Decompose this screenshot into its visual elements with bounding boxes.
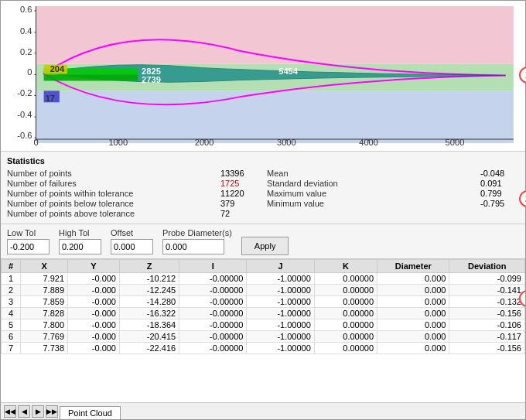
table-cell: -0.000: [68, 273, 120, 285]
table-row: 27.889-0.000-12.245-0.00000-1.000000.000…: [2, 285, 525, 296]
stats-left: Number of points 13396 Number of failure…: [7, 169, 259, 219]
table-cell: -0.141: [449, 285, 525, 296]
table-cell: -0.00000: [179, 319, 247, 331]
tab-nav-right[interactable]: ▶: [32, 405, 44, 418]
chart-label-17: 17: [46, 94, 55, 103]
table-cell: -0.000: [68, 308, 120, 319]
col-header-z: Z: [120, 260, 179, 273]
tab-nav-left[interactable]: ◀: [18, 405, 30, 418]
stats-row: Maximum value 0.799: [267, 189, 519, 198]
probe-group: Probe Diameter(s): [162, 228, 232, 254]
table-row: 47.828-0.000-16.322-0.00000-1.000000.000…: [2, 308, 525, 319]
stat-value-maxval: 0.799: [480, 189, 519, 198]
table-cell: -1.00000: [247, 285, 314, 296]
table-cell: 4: [2, 308, 21, 319]
table-cell: 6: [2, 331, 21, 343]
stats-row: Number of points 13396: [7, 169, 259, 178]
high-tol-group: High Tol: [59, 228, 101, 254]
high-tol-label: High Tol: [59, 228, 101, 237]
svg-text:1000: 1000: [108, 138, 128, 147]
stat-value-mean: -0.048: [480, 169, 519, 178]
table-cell: -0.00000: [179, 273, 247, 285]
apply-button[interactable]: Apply: [241, 237, 289, 255]
stat-value-failures: 1725: [220, 179, 259, 188]
table-cell: -14.280: [120, 296, 179, 308]
col-header-deviation: Deviation: [449, 260, 525, 273]
tab-nav-left-left[interactable]: ◀◀: [4, 405, 16, 418]
stat-label-within: Number of points within tolerance: [7, 189, 136, 198]
table-cell: 1: [2, 273, 21, 285]
stat-value-above: 72: [220, 209, 259, 218]
high-tol-input[interactable]: [59, 239, 101, 254]
offset-label: Offset: [111, 228, 153, 237]
table-cell: -0.000: [68, 319, 120, 331]
svg-text:3000: 3000: [277, 138, 296, 147]
table-cell: -16.322: [120, 308, 179, 319]
table-cell: -1.00000: [247, 319, 314, 331]
table-cell: -1.00000: [247, 331, 314, 343]
stat-value-below: 379: [220, 199, 259, 208]
tab-nav-right-right[interactable]: ▶▶: [46, 405, 58, 418]
table-cell: -0.117: [449, 331, 525, 343]
table-cell: 7.738: [21, 343, 68, 354]
table-cell: 0.00000: [314, 296, 377, 308]
stat-label-minval: Minimum value: [267, 199, 327, 208]
chart-svg: 2825 5454 2739 204 17 0.6 0.4 0.2 0 -0.2…: [5, 5, 521, 147]
stat-label-failures: Number of failures: [7, 179, 80, 188]
low-tol-group: Low Tol: [7, 228, 50, 254]
table-cell: -1.00000: [247, 308, 314, 319]
offset-group: Offset: [111, 228, 153, 254]
table-cell: -22.416: [120, 343, 179, 354]
table-container[interactable]: # X Y Z I J K Diameter Deviation 17.921-…: [1, 259, 525, 402]
stats-right: Mean -0.048 Standard deviation 0.091 Max…: [267, 169, 519, 219]
table-cell: -0.00000: [179, 343, 247, 354]
offset-input[interactable]: [111, 239, 153, 254]
table-cell: -0.000: [68, 285, 120, 296]
table-cell: 0.00000: [314, 331, 377, 343]
stat-label-above: Number of points above tolerance: [7, 209, 138, 218]
table-cell: -0.00000: [179, 296, 247, 308]
table-cell: -0.156: [449, 308, 525, 319]
tab-point-cloud[interactable]: Point Cloud: [60, 406, 121, 419]
low-tol-input[interactable]: [7, 239, 50, 254]
svg-rect-0: [36, 6, 513, 64]
table-cell: 7.800: [21, 319, 68, 331]
col-header-i: I: [179, 260, 247, 273]
table-row: 67.769-0.000-20.415-0.00000-1.000000.000…: [2, 331, 525, 343]
table-cell: 0.00000: [314, 285, 377, 296]
table-cell: -20.415: [120, 331, 179, 343]
table-cell: -0.106: [449, 319, 525, 331]
col-header-y: Y: [68, 260, 120, 273]
table-cell: 0.00000: [314, 319, 377, 331]
col-header-num: #: [2, 260, 21, 273]
table-cell: -10.212: [120, 273, 179, 285]
col-header-k: K: [314, 260, 377, 273]
table-cell: 5: [2, 319, 21, 331]
chart-area: 2825 5454 2739 204 17 0.6 0.4 0.2 0 -0.2…: [1, 1, 525, 152]
stats-row: Number of points above tolerance 72: [7, 209, 259, 218]
tolerance-area: Low Tol High Tol Offset Probe Diameter(s…: [1, 224, 525, 259]
svg-text:0: 0: [27, 68, 32, 77]
table-row: 77.738-0.000-22.416-0.00000-1.000000.000…: [2, 343, 525, 354]
table-cell: 0.000: [377, 319, 449, 331]
table-cell: -0.000: [68, 331, 120, 343]
svg-text:-0.4: -0.4: [17, 110, 32, 119]
table-header-row: # X Y Z I J K Diameter Deviation: [2, 260, 525, 273]
table-cell: 0.000: [377, 308, 449, 319]
table-row: 37.859-0.000-14.280-0.00000-1.000000.000…: [2, 296, 525, 308]
stat-value-minval: -0.795: [480, 199, 519, 208]
table-cell: 7.889: [21, 285, 68, 296]
table-cell: -0.000: [68, 343, 120, 354]
table-cell: 0.00000: [314, 273, 377, 285]
table-cell: -0.000: [68, 296, 120, 308]
table-cell: 7.921: [21, 273, 68, 285]
table-cell: -0.00000: [179, 331, 247, 343]
table-cell: -0.132: [449, 296, 525, 308]
probe-input[interactable]: [162, 239, 224, 254]
table-cell: 0.00000: [314, 343, 377, 354]
table-cell: 0.000: [377, 285, 449, 296]
table-cell: -18.364: [120, 319, 179, 331]
table-cell: 0.000: [377, 273, 449, 285]
probe-label: Probe Diameter(s): [162, 228, 232, 237]
col-header-j: J: [247, 260, 314, 273]
